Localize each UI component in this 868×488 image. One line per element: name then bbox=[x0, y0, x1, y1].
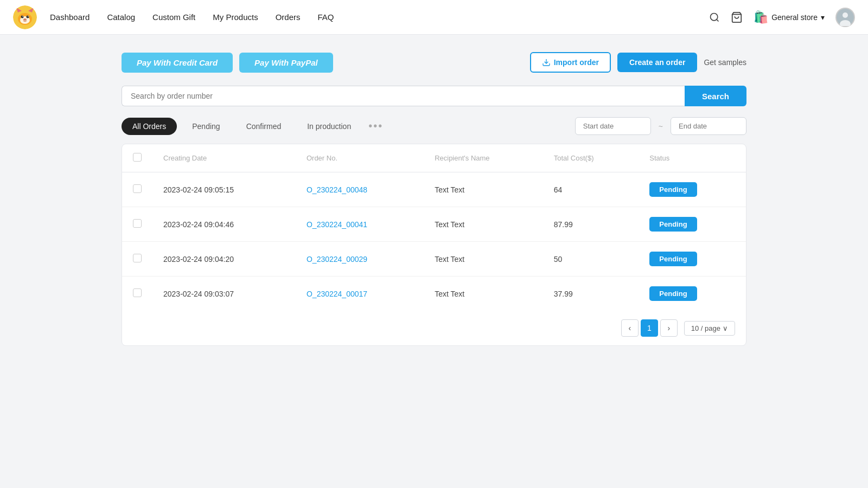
row-recipient-3: Text Text bbox=[424, 277, 543, 311]
nav-orders[interactable]: Orders bbox=[276, 12, 301, 22]
import-icon bbox=[542, 58, 551, 67]
date-range-separator: ~ bbox=[659, 122, 663, 131]
tab-confirmed[interactable]: Confirmed bbox=[235, 118, 292, 135]
nav-faq[interactable]: FAQ bbox=[317, 12, 334, 22]
avatar[interactable] bbox=[835, 8, 855, 27]
nav-custom-gift[interactable]: Custom Gift bbox=[152, 12, 195, 22]
search-input[interactable] bbox=[122, 86, 685, 106]
row-total-0: 64 bbox=[543, 172, 639, 207]
store-selector[interactable]: 🛍️ General store ▾ bbox=[754, 10, 825, 24]
navbar-right: 🛍️ General store ▾ bbox=[709, 8, 855, 27]
row-date-2: 2023-02-24 09:04:20 bbox=[152, 242, 296, 277]
prev-page-button[interactable]: ‹ bbox=[621, 319, 639, 337]
svg-point-12 bbox=[711, 13, 718, 20]
orders-table-container: Creating Date Order No. Recipient's Name… bbox=[122, 144, 746, 346]
row-order-no-3[interactable]: O_230224_00017 bbox=[296, 277, 424, 311]
order-tabs: All Orders Pending Confirmed In producti… bbox=[122, 117, 746, 135]
row-checkbox-3[interactable] bbox=[133, 288, 142, 297]
next-page-button[interactable]: › bbox=[660, 319, 678, 337]
row-checkbox-1[interactable] bbox=[133, 219, 142, 228]
nav-links: Dashboard Catalog Custom Gift My Product… bbox=[50, 12, 709, 22]
table-row: 2023-02-24 09:05:15 O_230224_00048 Text … bbox=[122, 172, 746, 207]
import-order-button[interactable]: Import order bbox=[530, 52, 611, 73]
select-all-checkbox[interactable] bbox=[133, 153, 142, 162]
per-page-selector[interactable]: 10 / page ∨ bbox=[684, 321, 735, 336]
svg-point-11 bbox=[23, 18, 27, 21]
table-header: Creating Date Order No. Recipient's Name… bbox=[122, 144, 746, 172]
row-date-3: 2023-02-24 09:03:07 bbox=[152, 277, 296, 311]
tab-all-orders[interactable]: All Orders bbox=[122, 118, 177, 135]
row-total-3: 37.99 bbox=[543, 277, 639, 311]
svg-line-13 bbox=[717, 19, 719, 21]
row-total-2: 50 bbox=[543, 242, 639, 277]
svg-point-9 bbox=[22, 16, 23, 17]
top-bar: Pay With Credit Card Pay With PayPal Imp… bbox=[122, 52, 746, 73]
create-order-button[interactable]: Create an order bbox=[617, 53, 697, 72]
row-recipient-1: Text Text bbox=[424, 207, 543, 242]
tab-pending[interactable]: Pending bbox=[181, 118, 231, 135]
tab-in-production[interactable]: In production bbox=[296, 118, 362, 135]
table-body: 2023-02-24 09:05:15 O_230224_00048 Text … bbox=[122, 172, 746, 311]
svg-point-8 bbox=[27, 15, 29, 18]
get-samples-button[interactable]: Get samples bbox=[704, 58, 746, 67]
table-row: 2023-02-24 09:04:46 O_230224_00041 Text … bbox=[122, 207, 746, 242]
navbar: Dashboard Catalog Custom Gift My Product… bbox=[0, 0, 868, 35]
row-status-0[interactable]: Pending bbox=[639, 172, 746, 207]
table-row: 2023-02-24 09:03:07 O_230224_00017 Text … bbox=[122, 277, 746, 311]
pagination: ‹ 1 › 10 / page ∨ bbox=[122, 311, 746, 345]
row-checkbox-2[interactable] bbox=[133, 254, 142, 262]
search-bar: Search bbox=[122, 86, 746, 106]
svg-point-16 bbox=[843, 12, 848, 18]
nav-catalog[interactable]: Catalog bbox=[107, 12, 135, 22]
row-date-1: 2023-02-24 09:04:46 bbox=[152, 207, 296, 242]
per-page-chevron-icon: ∨ bbox=[723, 324, 728, 332]
col-recipient: Recipient's Name bbox=[424, 144, 543, 172]
row-order-no-1[interactable]: O_230224_00041 bbox=[296, 207, 424, 242]
search-icon-button[interactable] bbox=[709, 12, 720, 23]
svg-point-7 bbox=[21, 15, 24, 18]
end-date-input[interactable] bbox=[671, 117, 746, 135]
orders-table: Creating Date Order No. Recipient's Name… bbox=[122, 144, 746, 311]
row-order-no-0[interactable]: O_230224_00048 bbox=[296, 172, 424, 207]
cart-icon-button[interactable] bbox=[731, 11, 743, 23]
pay-paypal-button[interactable]: Pay With PayPal bbox=[239, 53, 333, 73]
row-recipient-2: Text Text bbox=[424, 242, 543, 277]
logo[interactable] bbox=[13, 5, 37, 29]
more-tabs-icon[interactable]: ••• bbox=[368, 120, 383, 132]
row-status-1[interactable]: Pending bbox=[639, 207, 746, 242]
row-checkbox-0[interactable] bbox=[133, 184, 142, 193]
pay-credit-button[interactable]: Pay With Credit Card bbox=[122, 53, 233, 73]
row-status-3[interactable]: Pending bbox=[639, 277, 746, 311]
svg-point-10 bbox=[28, 16, 29, 17]
search-button[interactable]: Search bbox=[685, 86, 746, 106]
row-recipient-0: Text Text bbox=[424, 172, 543, 207]
col-total-cost: Total Cost($) bbox=[543, 144, 639, 172]
row-date-0: 2023-02-24 09:05:15 bbox=[152, 172, 296, 207]
col-creating-date: Creating Date bbox=[152, 144, 296, 172]
col-order-no: Order No. bbox=[296, 144, 424, 172]
main-content: Pay With Credit Card Pay With PayPal Imp… bbox=[108, 35, 760, 363]
col-status: Status bbox=[639, 144, 746, 172]
nav-my-products[interactable]: My Products bbox=[213, 12, 258, 22]
chevron-down-icon: ▾ bbox=[821, 13, 825, 22]
row-status-2[interactable]: Pending bbox=[639, 242, 746, 277]
page-1-button[interactable]: 1 bbox=[641, 319, 658, 337]
row-order-no-2[interactable]: O_230224_00029 bbox=[296, 242, 424, 277]
bag-icon: 🛍️ bbox=[754, 10, 768, 24]
row-total-1: 87.99 bbox=[543, 207, 639, 242]
store-name: General store bbox=[771, 13, 818, 22]
start-date-input[interactable] bbox=[575, 117, 651, 135]
table-row: 2023-02-24 09:04:20 O_230224_00029 Text … bbox=[122, 242, 746, 277]
nav-dashboard[interactable]: Dashboard bbox=[50, 12, 90, 22]
